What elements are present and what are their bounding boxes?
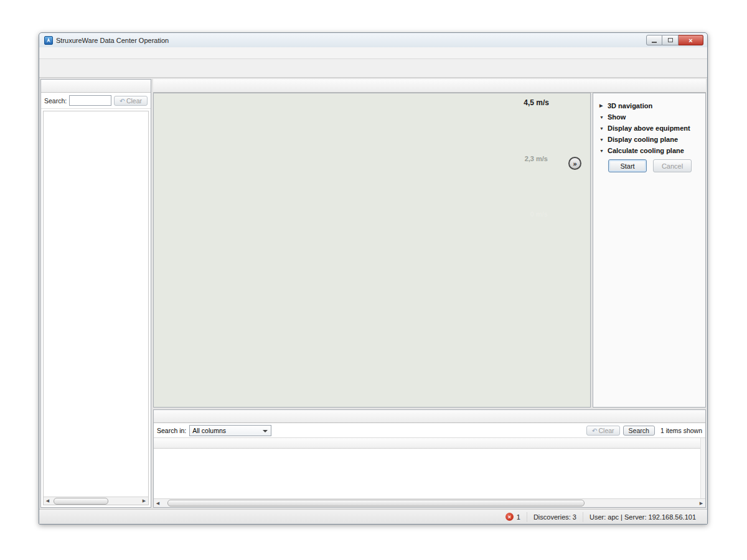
scroll-left-icon[interactable]: ◀ [44, 497, 52, 505]
sidebar-tab-strip [41, 80, 151, 93]
sidebar-search-input[interactable] [69, 95, 111, 106]
error-icon: × [505, 513, 514, 521]
3d-scene[interactable] [154, 93, 590, 407]
titlebar[interactable]: StruxureWare Data Center Operation × [39, 33, 707, 47]
navigation-tree: ◀ ▶ [43, 111, 149, 505]
editor-tab-strip [153, 79, 706, 93]
section-cooling-plane[interactable]: ▼Display cooling plane [599, 136, 699, 143]
undo-icon: ↶ [592, 427, 598, 434]
view-settings-panel: ▶3D navigation ▼Show ▼Display above equi… [593, 93, 706, 408]
sidebar-search-label: Search: [44, 97, 67, 105]
search-column-select[interactable]: All columns [189, 425, 271, 436]
start-button[interactable]: Start [608, 159, 647, 172]
bottom-tab-strip [154, 410, 705, 423]
statusbar: × 1 Discoveries: 3 User: apc | Server: 1… [39, 509, 707, 524]
3d-viewport[interactable]: 4,5 m/s 2,3 m/s 0 m/s » [153, 93, 591, 408]
equipment-table [154, 438, 705, 498]
section-show[interactable]: ▼Show [599, 113, 699, 121]
section-calculate[interactable]: ▼Calculate cooling plane [599, 147, 699, 154]
table-vscrollbar[interactable] [700, 438, 705, 498]
legend-expand-button[interactable]: » [568, 157, 581, 170]
twisty-expanded-icon: ▼ [599, 149, 604, 153]
content: Search: ↶Clear ◀ ▶ [39, 78, 707, 509]
table-search-button[interactable]: Search [623, 426, 655, 436]
app-icon [44, 36, 53, 45]
error-count: 1 [517, 513, 520, 521]
cancel-button[interactable]: Cancel [653, 159, 692, 172]
tree-hscrollbar[interactable]: ◀ ▶ [44, 497, 148, 505]
sidebar-clear-button[interactable]: ↶Clear [114, 96, 148, 106]
tree-hscroll-thumb[interactable] [54, 498, 108, 505]
bottom-panel: Search in: All columns ↶Clear Search 1 i… [153, 409, 706, 508]
navigation-panel: Search: ↶Clear ◀ ▶ [40, 79, 151, 508]
scroll-left-icon[interactable]: ◀ [154, 499, 162, 507]
editor-area: 4,5 m/s 2,3 m/s 0 m/s » ▶3D navigation ▼… [153, 79, 706, 408]
section-display-above[interactable]: ▼Display above equipment [599, 124, 699, 132]
undo-icon: ↶ [120, 97, 125, 105]
toolbar [39, 59, 707, 78]
table-clear-button[interactable]: ↶Clear [586, 426, 620, 436]
window-title: StruxureWare Data Center Operation [56, 37, 169, 44]
scroll-right-icon[interactable]: ▶ [697, 499, 705, 507]
twisty-collapsed-icon: ▶ [599, 103, 604, 108]
items-shown-label: 1 items shown [660, 427, 702, 434]
maximize-button[interactable] [662, 35, 679, 45]
twisty-expanded-icon: ▼ [599, 126, 604, 131]
minimize-button[interactable] [646, 35, 662, 45]
twisty-expanded-icon: ▼ [599, 138, 604, 142]
discoveries-label: Discoveries: 3 [527, 512, 583, 522]
section-3d-navigation[interactable]: ▶3D navigation [599, 102, 699, 110]
table-search-label: Search in: [157, 427, 186, 434]
table-hscrollbar[interactable]: ◀ ▶ [154, 498, 705, 507]
twisty-expanded-icon: ▼ [599, 115, 604, 119]
app-window: StruxureWare Data Center Operation × Sea… [39, 32, 708, 525]
close-button[interactable]: × [679, 35, 703, 45]
scroll-right-icon[interactable]: ▶ [140, 497, 148, 505]
menubar [39, 47, 707, 59]
table-hscroll-thumb[interactable] [167, 500, 585, 506]
user-server-label: User: apc | Server: 192.168.56.101 [583, 512, 702, 522]
